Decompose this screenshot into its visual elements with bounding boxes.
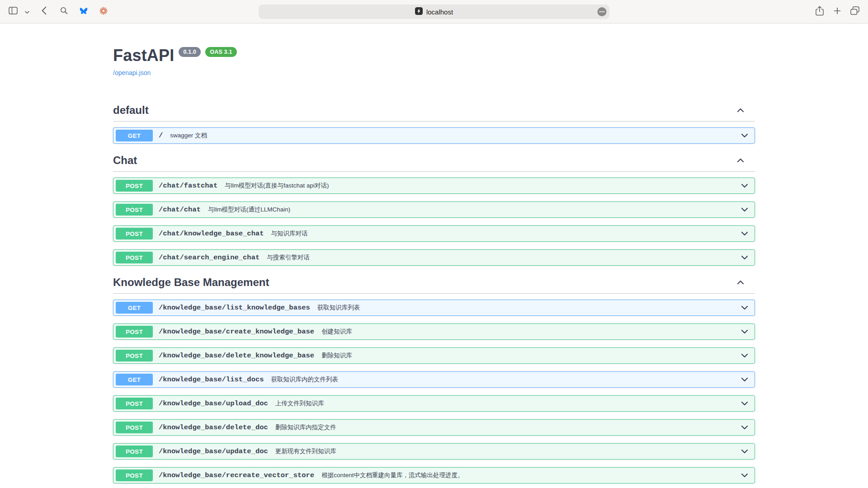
operation-row[interactable]: POST/chat/search_engine_chat与搜索引擎对话 [113, 249, 755, 266]
operation-description: 创建知识库 [321, 328, 352, 336]
ellipsis-circle-icon [597, 7, 607, 17]
operation-row[interactable]: POST/knowledge_base/delete_knowledge_bas… [113, 347, 755, 364]
api-section: Knowledge Base ManagementGET/knowledge_b… [113, 273, 755, 483]
operation-row[interactable]: POST/knowledge_base/upload_doc上传文件到知识库 [113, 395, 755, 412]
expand-operation-icon[interactable] [741, 449, 748, 454]
method-badge: POST [116, 252, 153, 263]
method-badge: POST [116, 180, 153, 192]
method-badge: GET [116, 374, 153, 385]
operation-description: 与知识库对话 [271, 230, 308, 238]
operation-path: /knowledge_base/recreate_vector_store [159, 471, 314, 479]
operation-row[interactable]: POST/knowledge_base/recreate_vector_stor… [113, 467, 755, 483]
toolbar-right-group [809, 5, 862, 19]
operation-description: 获取知识库列表 [317, 304, 360, 312]
operation-row[interactable]: GET/knowledge_base/list_knowledge_bases获… [113, 300, 755, 316]
back-button[interactable] [37, 5, 51, 19]
operation-path: /knowledge_base/update_doc [159, 447, 268, 455]
operation-description: 与llm模型对话(直接与fastchat api对话) [225, 182, 329, 190]
operation-row[interactable]: POST/knowledge_base/create_knowledge_bas… [113, 324, 755, 340]
operation-path: /chat/fastchat [159, 182, 217, 190]
operation-description: 根据content中文档重建向量库，流式输出处理进度。 [321, 471, 463, 479]
page-menu-button[interactable] [597, 7, 607, 17]
search-icon [60, 7, 68, 16]
collapse-section-icon[interactable] [737, 106, 744, 114]
operation-row[interactable]: GET/knowledge_base/list_docs获取知识库内的文件列表 [113, 371, 755, 388]
swagger-wrapper: FastAPI 0.1.0 OAS 3.1 /openapi.json defa… [113, 23, 755, 483]
section-title: Chat [113, 154, 137, 167]
browser-toolbar: localhost [0, 0, 868, 23]
expand-operation-icon[interactable] [741, 377, 748, 382]
operation-path: /chat/knowledge_base_chat [159, 230, 264, 238]
section-header[interactable]: Knowledge Base Management [113, 273, 755, 294]
tab-overview-button[interactable] [848, 5, 862, 19]
collapse-section-icon[interactable] [737, 156, 744, 164]
plus-icon [834, 7, 841, 16]
chevron-down-icon [25, 8, 29, 16]
method-badge: POST [116, 350, 153, 361]
section-header[interactable]: Chat [113, 151, 755, 172]
section-operations: GET/swagger 文档 [113, 127, 755, 144]
api-section: defaultGET/swagger 文档 [113, 101, 755, 144]
openapi-json-link[interactable]: /openapi.json [113, 69, 151, 76]
operation-row[interactable]: POST/knowledge_base/update_doc更新现有文件到知识库 [113, 443, 755, 460]
page-title: FastAPI 0.1.0 OAS 3.1 [113, 46, 755, 65]
url-text: localhost [426, 8, 453, 16]
expand-operation-icon[interactable] [741, 401, 748, 406]
expand-operation-icon[interactable] [741, 183, 748, 188]
section-title: Knowledge Base Management [113, 276, 269, 289]
operation-path: /knowledge_base/delete_doc [159, 423, 268, 432]
pinned-tab-bluesky-button[interactable] [77, 5, 90, 19]
method-badge: POST [116, 204, 153, 216]
expand-operation-icon[interactable] [741, 305, 748, 310]
operation-row[interactable]: GET/swagger 文档 [113, 127, 755, 144]
operation-path: /chat/chat [159, 206, 201, 214]
address-bar[interactable]: localhost [259, 5, 609, 19]
operation-description: 上传文件到知识库 [275, 399, 324, 408]
section-operations: POST/chat/fastchat与llm模型对话(直接与fastchat a… [113, 178, 755, 266]
operation-description: 与搜索引擎对话 [267, 253, 310, 262]
operation-path: / [159, 131, 163, 140]
operation-row[interactable]: POST/chat/chat与llm模型对话(通过LLMChain) [113, 202, 755, 218]
operation-path: /knowledge_base/list_docs [159, 375, 264, 384]
api-title-text: FastAPI [113, 46, 174, 65]
method-badge: POST [116, 326, 153, 338]
expand-operation-icon[interactable] [741, 329, 748, 334]
address-bar-content: localhost [415, 7, 453, 17]
sidebar-toggle-button[interactable] [6, 5, 20, 19]
expand-operation-icon[interactable] [741, 425, 748, 430]
section-title: default [113, 104, 149, 117]
method-badge: POST [116, 469, 153, 481]
operation-path: /knowledge_base/create_knowledge_base [159, 328, 314, 336]
operation-path: /knowledge_base/list_knowledge_bases [159, 304, 310, 312]
expand-operation-icon[interactable] [741, 207, 748, 212]
operation-row[interactable]: POST/knowledge_base/delete_doc删除知识库内指定文件 [113, 419, 755, 436]
expand-operation-icon[interactable] [741, 353, 748, 358]
method-badge: POST [116, 446, 153, 457]
sidebar-icon [9, 7, 18, 16]
claude-starburst-icon [99, 6, 108, 17]
toolbar-search-button[interactable] [57, 5, 71, 19]
swagger-page: FastAPI 0.1.0 OAS 3.1 /openapi.json defa… [0, 23, 868, 488]
expand-operation-icon[interactable] [741, 133, 748, 138]
operation-row[interactable]: POST/chat/knowledge_base_chat与知识库对话 [113, 225, 755, 242]
api-info: FastAPI 0.1.0 OAS 3.1 /openapi.json [113, 23, 755, 77]
share-button[interactable] [813, 5, 826, 19]
method-badge: POST [116, 228, 153, 239]
section-header[interactable]: default [113, 101, 755, 122]
collapse-section-icon[interactable] [737, 278, 744, 286]
new-tab-button[interactable] [830, 5, 844, 19]
bluesky-butterfly-icon [79, 7, 88, 17]
operation-path: /knowledge_base/upload_doc [159, 399, 268, 408]
operation-description: 删除知识库内指定文件 [275, 423, 336, 432]
version-badge: 0.1.0 [179, 47, 201, 57]
method-badge: POST [116, 398, 153, 409]
operation-row[interactable]: POST/chat/fastchat与llm模型对话(直接与fastchat a… [113, 178, 755, 194]
pinned-tab-claude-button[interactable] [97, 5, 110, 19]
operation-description: swagger 文档 [170, 131, 207, 140]
expand-operation-icon[interactable] [741, 231, 748, 236]
operation-path: /chat/search_engine_chat [159, 253, 259, 262]
expand-operation-icon[interactable] [741, 473, 748, 478]
sidebar-menu-button[interactable] [24, 5, 31, 19]
api-sections: defaultGET/swagger 文档ChatPOST/chat/fastc… [113, 101, 755, 483]
expand-operation-icon[interactable] [741, 255, 748, 260]
